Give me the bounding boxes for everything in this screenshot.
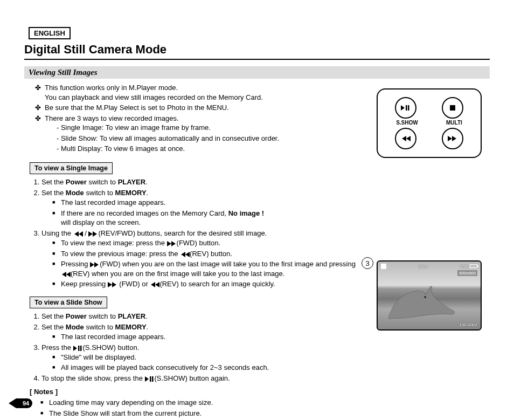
text: (REV) button. — [190, 250, 232, 258]
step: Press the (S.SHOW) button. "Slide" will … — [41, 343, 360, 373]
text: (S.SHOW) button again. — [155, 374, 230, 382]
substep: To view the previous image: press the (R… — [52, 249, 360, 259]
section-heading: Viewing Still Images — [24, 66, 490, 79]
text: MEMORY — [115, 323, 147, 331]
text: If there are no recorded images on the M… — [61, 209, 228, 217]
substep: "Slide" will be displayed. — [52, 353, 360, 362]
preview-wrap: 3 Slide 2/46 800x600 100-0002 — [377, 260, 490, 331]
text: switch to — [87, 178, 118, 186]
text: Pressing — [61, 260, 90, 268]
text: To view the previous image: press the — [61, 250, 180, 258]
fwd-icon — [108, 282, 117, 287]
play-pause-icon — [73, 346, 83, 351]
text: . — [147, 189, 149, 197]
text: To view the next image: press the — [61, 239, 167, 247]
main-content: This function works only in M.Player mod… — [24, 83, 360, 420]
step: Set the Power switch to PLAYER. — [41, 312, 360, 321]
text: (REV) to search for an image quickly. — [159, 280, 275, 288]
substep: The last recorded image appears. — [52, 332, 360, 342]
substep: All images will be played back consecuti… — [52, 363, 360, 373]
play-pause-button — [395, 97, 416, 119]
single-image-steps: Set the Power switch to PLAYER. Set the … — [24, 177, 360, 289]
text: Press the — [41, 343, 73, 352]
button-panel-diagram: S.SHOW MULTI — [377, 88, 482, 158]
file-number: 100-0002 — [459, 322, 477, 327]
page-title: Digital Still Camera Mode — [24, 43, 490, 60]
page-number: 94 — [16, 398, 32, 408]
view-mode: Single Image: To view an image frame by … — [57, 123, 360, 133]
slide-show-steps: Set the Power switch to PLAYER. Set the … — [24, 312, 360, 383]
sshow-label: S.SHOW — [396, 120, 418, 126]
rev-icon — [61, 272, 71, 277]
text: switch to — [84, 189, 115, 197]
battery-icon — [470, 264, 477, 268]
intro-list: This function works only in M.Player mod… — [24, 83, 360, 154]
multi-label: MULTI — [446, 120, 462, 126]
substep: If there are no recorded images on the M… — [52, 209, 360, 228]
fwd-icon — [88, 231, 98, 237]
step-number-badge: 3 — [362, 257, 373, 269]
text: This function works only in M.Player mod… — [45, 84, 178, 92]
intro-item: There are 3 ways to view recorded images… — [35, 114, 360, 154]
text: / — [83, 229, 89, 237]
fwd-icon — [90, 262, 100, 267]
substep: To view the next image: press the (FWD) … — [52, 238, 360, 248]
rev-icon — [180, 252, 190, 257]
rev-icon — [150, 282, 159, 287]
language-badge: ENGLISH — [29, 27, 71, 39]
rev-icon — [73, 231, 83, 237]
play-pause-icon — [145, 376, 155, 382]
step: To stop the slide show, press the (S.SHO… — [41, 374, 360, 383]
view-mode: Slide Show: To view all images automatic… — [57, 134, 360, 143]
illustration-column: S.SHOW MULTI 3 Slide 2/46 800x600 — [377, 83, 490, 420]
text: Mode — [66, 323, 84, 331]
text: Set the — [41, 312, 66, 320]
view-mode: Multi Display: To view 6 images at once. — [57, 144, 360, 154]
text: To stop the slide show, press the — [41, 374, 145, 382]
text: switch to — [87, 312, 118, 320]
text: There are 3 ways to view recorded images… — [45, 114, 179, 122]
text: MEMORY — [115, 189, 147, 197]
fwd-button — [442, 128, 463, 149]
text: No image ! — [228, 209, 264, 217]
slide-show-heading: To view a Slide Show — [30, 297, 107, 308]
text: (FWD) or — [117, 280, 150, 288]
text: Using the — [41, 229, 73, 237]
text: (S.SHOW) button. — [83, 343, 140, 352]
memory-card-icon — [381, 264, 386, 269]
text: Power — [66, 178, 87, 186]
text: Set the — [41, 323, 66, 331]
text: (FWD) when you are on the last image wil… — [100, 260, 356, 268]
text: Set the — [41, 189, 66, 197]
intro-item: This function works only in M.Player mod… — [35, 83, 360, 102]
text: (FWD) button. — [177, 239, 221, 247]
text: will display on the screen. — [61, 218, 141, 226]
svg-point-3 — [424, 296, 426, 298]
text: . — [145, 178, 148, 186]
note-item: Loading time may vary depending on the i… — [40, 398, 360, 408]
text: . — [145, 312, 148, 320]
text: Set the — [41, 178, 66, 186]
text: Keep pressing — [61, 280, 108, 288]
text: (REV) when you are on the first image wi… — [71, 270, 284, 278]
text: switch to — [84, 323, 115, 331]
lcd-preview: Slide 2/46 800x600 100-0002 — [377, 260, 482, 331]
notes-heading: [ Notes ] — [30, 388, 360, 396]
intro-item: Be sure that the M.Play Select is set to… — [35, 103, 360, 113]
text: (REV/FWD) buttons, search for the desire… — [98, 229, 267, 237]
substep: The last recorded image appears. — [52, 198, 360, 208]
note-item: The Slide Show will start from the curre… — [40, 409, 360, 418]
image-counter: 2/46 — [460, 264, 469, 269]
step: Set the Mode switch to MEMORY. The last … — [41, 322, 360, 342]
notes-list: Loading time may vary depending on the i… — [24, 398, 360, 420]
view-modes-list: Single Image: To view an image frame by … — [45, 123, 360, 154]
rev-button — [395, 128, 416, 149]
text: Mode — [66, 189, 84, 197]
text: Power — [66, 312, 87, 320]
step: Set the Mode switch to MEMORY. The last … — [41, 188, 360, 228]
text: PLAYER — [118, 312, 146, 320]
text: You can playback and view still images r… — [45, 93, 263, 101]
resolution-label: 800x600 — [457, 270, 477, 276]
fwd-icon — [167, 241, 177, 246]
slide-label: Slide — [419, 264, 428, 269]
